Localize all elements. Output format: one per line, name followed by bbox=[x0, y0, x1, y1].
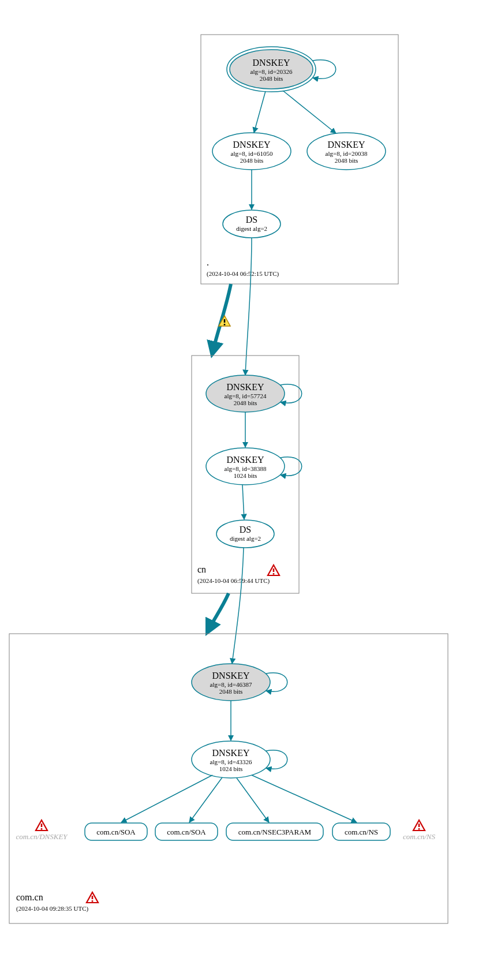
node-root-ds[interactable]: DS digest alg=2 bbox=[223, 210, 281, 238]
edge-root-ksk-zsk2 bbox=[283, 91, 336, 133]
edge-cn-zsk-ds bbox=[242, 485, 244, 519]
svg-text:com.cn/NSEC3PARAM: com.cn/NSEC3PARAM bbox=[238, 828, 312, 836]
node-comcn-rr-soa2[interactable]: com.cn/SOA bbox=[155, 823, 218, 840]
svg-text:1024 bits: 1024 bits bbox=[234, 472, 257, 479]
svg-text:com.cn/NS: com.cn/NS bbox=[345, 828, 378, 836]
svg-text:alg=8, id=38388: alg=8, id=38388 bbox=[225, 465, 267, 472]
error-icon[interactable] bbox=[36, 820, 47, 831]
svg-text:2048 bits: 2048 bits bbox=[234, 399, 257, 406]
error-icon[interactable] bbox=[268, 565, 279, 575]
edge-comcn-zsk-rr3 bbox=[237, 778, 269, 822]
edge-comcn-zsk-rr4 bbox=[252, 775, 357, 822]
error-icon[interactable] bbox=[413, 820, 425, 831]
svg-text:DNSKEY: DNSKEY bbox=[227, 455, 264, 465]
ghost-node-dnskey: com.cn/DNSKEY bbox=[16, 832, 68, 841]
node-comcn-rr-nsec3param[interactable]: com.cn/NSEC3PARAM bbox=[226, 823, 323, 840]
edge-comcn-zsk-rr1 bbox=[121, 775, 212, 822]
zone-cn-label: cn bbox=[197, 564, 206, 574]
svg-text:alg=8, id=43326: alg=8, id=43326 bbox=[210, 758, 252, 765]
edge-cn-ds-comcn-ksk bbox=[232, 548, 244, 664]
edge-deleg-root-cn-thick bbox=[212, 284, 231, 353]
svg-text:2048 bits: 2048 bits bbox=[335, 157, 358, 164]
zone-root-timestamp: (2024-10-04 06:52:15 UTC) bbox=[207, 270, 279, 278]
svg-text:DNSKEY: DNSKEY bbox=[328, 140, 365, 149]
svg-text:alg=8, id=20038: alg=8, id=20038 bbox=[326, 150, 368, 157]
svg-text:DNSKEY: DNSKEY bbox=[212, 748, 250, 758]
svg-text:DS: DS bbox=[246, 215, 257, 225]
node-comcn-ksk[interactable]: DNSKEY alg=8, id=46387 2048 bits bbox=[192, 664, 270, 701]
edge-root-ksk-zsk1 bbox=[254, 91, 266, 133]
svg-text:2048 bits: 2048 bits bbox=[240, 157, 264, 164]
node-cn-ds[interactable]: DS digest alg=2 bbox=[216, 520, 274, 548]
node-root-ksk[interactable]: DNSKEY alg=8, id=20326 2048 bits bbox=[227, 47, 316, 92]
edge-root-ksk-self bbox=[313, 60, 336, 79]
zone-cn-timestamp: (2024-10-04 06:59:44 UTC) bbox=[197, 577, 270, 585]
svg-text:DS: DS bbox=[240, 525, 251, 534]
ghost-node-ns: com.cn/NS bbox=[403, 832, 435, 841]
node-comcn-zsk[interactable]: DNSKEY alg=8, id=43326 1024 bits bbox=[192, 741, 270, 778]
zone-comcn: com.cn (2024-10-04 09:28:35 UTC) DNSKEY … bbox=[9, 634, 448, 923]
svg-text:alg=8, id=20326: alg=8, id=20326 bbox=[250, 68, 293, 75]
dnssec-delegation-diagram: . (2024-10-04 06:52:15 UTC) DNSKEY alg=8… bbox=[0, 0, 501, 980]
zone-comcn-timestamp: (2024-10-04 09:28:35 UTC) bbox=[16, 905, 89, 912]
svg-text:DNSKEY: DNSKEY bbox=[227, 382, 264, 392]
svg-text:DNSKEY: DNSKEY bbox=[212, 671, 250, 680]
zone-comcn-label: com.cn bbox=[16, 892, 43, 902]
svg-text:digest alg=2: digest alg=2 bbox=[230, 535, 261, 542]
zone-root-label: . bbox=[207, 257, 209, 267]
svg-text:alg=8, id=46387: alg=8, id=46387 bbox=[210, 681, 252, 688]
svg-text:2048 bits: 2048 bits bbox=[219, 688, 243, 695]
node-root-zsk1[interactable]: DNSKEY alg=8, id=61050 2048 bits bbox=[212, 133, 291, 170]
node-root-zsk2[interactable]: DNSKEY alg=8, id=20038 2048 bits bbox=[307, 133, 386, 170]
svg-text:com.cn/SOA: com.cn/SOA bbox=[167, 828, 206, 836]
svg-text:2048 bits: 2048 bits bbox=[260, 75, 283, 82]
svg-text:com.cn/SOA: com.cn/SOA bbox=[96, 828, 136, 836]
svg-text:digest alg=2: digest alg=2 bbox=[236, 225, 267, 232]
svg-text:alg=8, id=61050: alg=8, id=61050 bbox=[231, 150, 273, 157]
svg-text:1024 bits: 1024 bits bbox=[219, 765, 243, 772]
edge-root-ds-cn-ksk bbox=[245, 238, 252, 375]
error-icon[interactable] bbox=[87, 892, 98, 903]
svg-text:alg=8, id=57724: alg=8, id=57724 bbox=[225, 392, 267, 399]
zone-cn: cn (2024-10-04 06:59:44 UTC) DNSKEY alg=… bbox=[192, 356, 302, 593]
svg-text:DNSKEY: DNSKEY bbox=[233, 140, 271, 149]
node-cn-zsk[interactable]: DNSKEY alg=8, id=38388 1024 bits bbox=[206, 448, 285, 485]
node-cn-ksk[interactable]: DNSKEY alg=8, id=57724 2048 bits bbox=[206, 375, 285, 412]
svg-text:DNSKEY: DNSKEY bbox=[253, 58, 290, 68]
edge-deleg-cn-comcn-thick bbox=[208, 593, 229, 631]
node-comcn-rr-soa1[interactable]: com.cn/SOA bbox=[85, 823, 147, 840]
node-comcn-rr-ns[interactable]: com.cn/NS bbox=[332, 823, 390, 840]
zone-root: . (2024-10-04 06:52:15 UTC) DNSKEY alg=8… bbox=[201, 35, 398, 284]
